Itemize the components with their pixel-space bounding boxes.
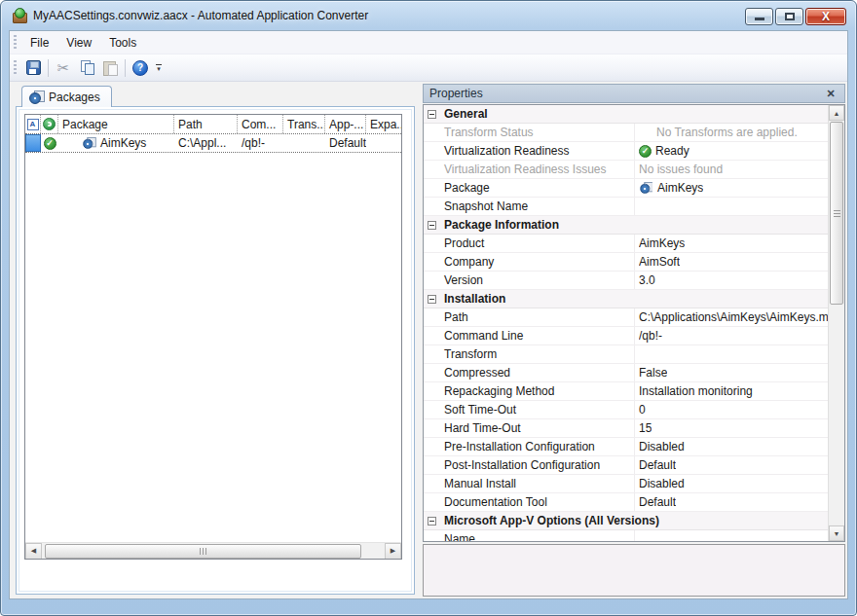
- menu-file[interactable]: File: [21, 33, 57, 53]
- horizontal-scroll-thumb[interactable]: [45, 544, 361, 559]
- property-row[interactable]: Soft Time-Out0: [424, 401, 828, 419]
- category-row[interactable]: General: [424, 105, 828, 124]
- paste-button[interactable]: [98, 57, 122, 79]
- package-list-header: A Package Path Com... Trans... App-... E…: [25, 115, 401, 134]
- window-title: MyAACSettings.convwiz.aacx - Automated A…: [33, 9, 368, 22]
- category-row[interactable]: Installation: [424, 290, 828, 308]
- column-expand[interactable]: Expa...: [366, 115, 401, 133]
- column-package[interactable]: Package: [58, 115, 174, 133]
- copy-button[interactable]: [75, 57, 98, 79]
- table-row[interactable]: ✓ AimKeys C:\Appl... /qb!- Default: [25, 134, 401, 153]
- column-command[interactable]: Com...: [238, 115, 283, 133]
- property-row[interactable]: Virtualization Readiness IssuesNo issues…: [424, 161, 828, 179]
- property-row[interactable]: Transform: [424, 345, 828, 364]
- horizontal-scroll-track[interactable]: [42, 543, 385, 560]
- minimize-button[interactable]: [745, 8, 773, 25]
- property-row[interactable]: Version3.0: [424, 272, 828, 290]
- collapse-icon[interactable]: [428, 221, 436, 230]
- row-appv-cell: Default: [325, 134, 366, 152]
- maximize-button[interactable]: [775, 8, 803, 25]
- title-bar[interactable]: MyAACSettings.convwiz.aacx - Automated A…: [1, 1, 856, 30]
- toolbar-separator: [48, 59, 49, 77]
- package-icon: [83, 137, 95, 149]
- maximize-icon: [785, 13, 795, 20]
- row-expand-cell: [366, 134, 401, 152]
- property-row[interactable]: CompressedFalse: [424, 364, 828, 382]
- row-status-cell: ✓: [41, 134, 58, 152]
- property-row[interactable]: Virtualization Readiness✓Ready: [424, 142, 828, 161]
- property-row[interactable]: Transform StatusNo Transforms are applie…: [424, 124, 828, 142]
- column-path[interactable]: Path: [174, 115, 238, 133]
- property-row[interactable]: Documentation ToolDefault: [424, 493, 828, 512]
- property-row[interactable]: Command Line/qb!-: [424, 327, 828, 345]
- property-row[interactable]: Pre-Installation ConfigurationDisabled: [424, 438, 828, 456]
- menu-bar: File View Tools: [10, 31, 847, 54]
- menu-grip[interactable]: [14, 35, 17, 51]
- scroll-right-button[interactable]: ▶: [385, 543, 401, 560]
- packages-tab-label: Packages: [49, 91, 100, 104]
- properties-close-icon[interactable]: ✕: [823, 86, 838, 101]
- row-path-cell: C:\Appl...: [174, 134, 238, 152]
- status-indicator-icon: [43, 118, 56, 130]
- property-row[interactable]: CompanyAimSoft: [424, 253, 828, 272]
- collapse-icon[interactable]: [428, 517, 436, 525]
- property-row[interactable]: PackageAimKeys: [424, 179, 828, 198]
- vertical-scrollbar[interactable]: ▲ ▼: [828, 105, 844, 541]
- list-empty-area: [25, 153, 401, 542]
- property-rows: General Transform StatusNo Transforms ar…: [424, 105, 828, 541]
- client-area: File View Tools ✂ ? ▾ Packages: [9, 30, 848, 599]
- column-status-indicator[interactable]: [41, 115, 58, 133]
- scroll-down-button[interactable]: ▼: [829, 525, 844, 541]
- row-package-cell[interactable]: AimKeys: [58, 134, 174, 152]
- menu-tools[interactable]: Tools: [100, 33, 145, 53]
- menu-view[interactable]: View: [57, 33, 100, 53]
- help-icon: ?: [132, 60, 148, 76]
- collapse-icon[interactable]: [428, 295, 436, 304]
- horizontal-scrollbar[interactable]: ◀ ▶: [25, 542, 401, 559]
- toolbar: ✂ ? ▾: [10, 54, 847, 82]
- properties-header: Properties ✕: [423, 84, 845, 103]
- row-command-cell: /qb!-: [238, 134, 283, 152]
- property-row[interactable]: Name: [424, 530, 828, 541]
- copy-icon: [80, 60, 94, 75]
- scroll-left-button[interactable]: ◀: [25, 543, 42, 560]
- content-area: Packages A Package Path Com... Trans... …: [10, 82, 847, 598]
- packages-tab-icon: [29, 91, 44, 104]
- help-button[interactable]: ?: [129, 57, 152, 79]
- property-row[interactable]: Manual InstallDisabled: [424, 475, 828, 493]
- check-icon: ✓: [44, 137, 56, 150]
- scroll-up-button[interactable]: ▲: [829, 105, 844, 121]
- category-row[interactable]: Package Information: [424, 216, 828, 235]
- property-row[interactable]: Snapshot Name: [424, 198, 828, 216]
- thumb-grip-icon: [200, 548, 206, 555]
- collapse-icon[interactable]: [428, 110, 436, 119]
- property-row[interactable]: Hard Time-Out15: [424, 419, 828, 438]
- category-row[interactable]: Microsoft App-V Options (All Versions): [424, 512, 828, 530]
- close-button[interactable]: X: [805, 8, 846, 25]
- save-button[interactable]: [21, 57, 45, 79]
- packages-pane: Packages A Package Path Com... Trans... …: [16, 86, 415, 595]
- properties-title: Properties: [429, 87, 483, 100]
- property-row[interactable]: PathC:\Applications\AimKeys\AimKeys.msi: [424, 308, 828, 327]
- property-row[interactable]: ProductAimKeys: [424, 235, 828, 253]
- row-selection-cell[interactable]: [25, 134, 41, 152]
- property-description-box: [423, 544, 845, 597]
- property-row[interactable]: Post-Installation ConfigurationDefault: [424, 456, 828, 475]
- ready-check-icon: ✓: [639, 145, 652, 158]
- app-icon: [11, 8, 27, 23]
- package-name: AimKeys: [100, 136, 146, 150]
- packages-tab-page: A Package Path Com... Trans... App-... E…: [16, 106, 415, 595]
- column-appv[interactable]: App-...: [325, 115, 366, 133]
- toolbar-grip[interactable]: [14, 60, 17, 76]
- row-transform-cell: [283, 134, 325, 152]
- property-row[interactable]: Repackaging MethodInstallation monitorin…: [424, 382, 828, 401]
- vertical-scroll-thumb[interactable]: [830, 122, 843, 305]
- app-window: MyAACSettings.convwiz.aacx - Automated A…: [0, 0, 857, 616]
- column-transform[interactable]: Trans...: [283, 115, 325, 133]
- cut-button[interactable]: ✂: [52, 57, 75, 79]
- tab-packages[interactable]: Packages: [21, 86, 112, 107]
- column-sort-indicator[interactable]: A: [25, 115, 41, 133]
- thumb-grip-icon: [834, 210, 840, 217]
- cut-icon: ✂: [57, 60, 70, 75]
- toolbar-overflow-button[interactable]: ▾: [152, 57, 166, 79]
